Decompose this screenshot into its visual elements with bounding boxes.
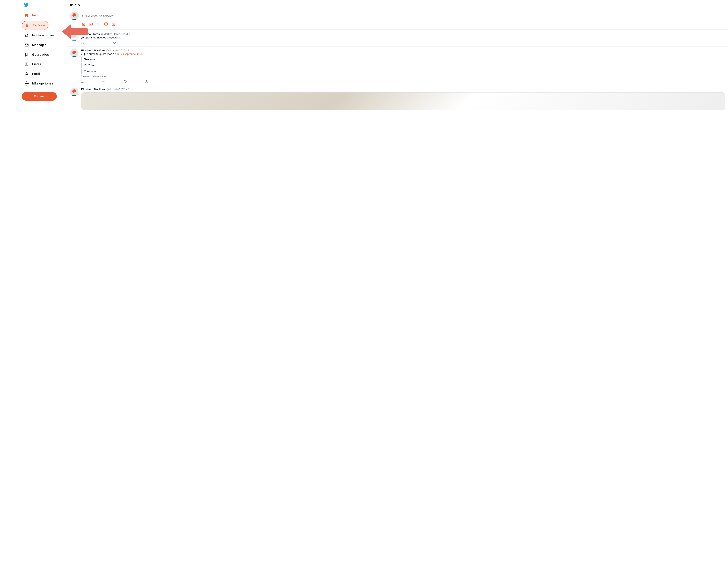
page-title: Inicio <box>67 0 728 11</box>
tweet-avatar[interactable] <box>70 32 78 41</box>
tweet-actions <box>81 80 148 83</box>
retweet-icon[interactable] <box>113 41 116 45</box>
poll-meta: 0 votos · 1 día restante <box>81 75 725 78</box>
nav-more[interactable]: Más opciones <box>22 79 56 88</box>
svg-point-21 <box>75 35 75 36</box>
tweet-avatar[interactable] <box>70 49 78 57</box>
nav-bookmarks[interactable]: Guardados <box>22 50 52 59</box>
tweet-author-name: Martica Flores <box>81 32 100 35</box>
bookmark-icon <box>24 52 29 57</box>
svg-point-5 <box>26 83 27 84</box>
schedule-icon[interactable] <box>112 22 115 26</box>
svg-point-6 <box>27 83 28 84</box>
hashtag-icon <box>25 23 29 27</box>
mention-link[interactable]: @GCFAprendeLibre <box>117 52 142 55</box>
current-user-avatar[interactable] <box>70 11 79 20</box>
tweet-header: Elizabeth Martínez @eli_sabe2020 · 9 dic… <box>81 88 725 91</box>
svg-point-10 <box>82 23 83 24</box>
nav-home[interactable]: Inicio <box>22 11 43 20</box>
like-icon[interactable] <box>145 41 148 45</box>
poll-icon[interactable] <box>97 22 100 26</box>
sidebar: Inicio Explorar Notificaciones Mensajes … <box>0 0 61 578</box>
compose-box: GIF <box>67 11 728 30</box>
tweet-date: 9 dic. <box>128 49 134 52</box>
tweet-media[interactable] <box>81 92 725 110</box>
svg-point-20 <box>73 35 74 36</box>
more-icon <box>24 81 29 86</box>
poll-option[interactable]: YouTube <box>81 63 725 68</box>
image-icon[interactable] <box>81 22 85 26</box>
tweet-author-name: Elizabeth Martínez <box>81 49 105 52</box>
nav-label: Más opciones <box>32 81 53 85</box>
like-icon[interactable] <box>124 80 127 83</box>
reply-icon[interactable] <box>81 80 84 83</box>
list-icon <box>24 62 29 67</box>
tweet-author-handle: @eli_sabe2020 <box>106 49 125 52</box>
svg-point-4 <box>25 83 26 84</box>
tweet-author-handle: @MarticaFlores <box>101 32 120 35</box>
nav-label: Notificaciones <box>32 33 54 37</box>
poll-option[interactable]: Classroom <box>81 69 725 74</box>
tweet-text: ¡Preparando nuevos proyectos! <box>81 36 725 39</box>
tweet[interactable]: Elizabeth Martínez @eli_sabe2020 · 9 dic… <box>67 85 728 111</box>
tweet-button[interactable]: Twittear <box>22 92 57 101</box>
svg-rect-9 <box>82 23 85 26</box>
poll: Telegram YouTube Classroom 0 votos · 1 d… <box>81 57 725 78</box>
nav-label: Guardados <box>32 53 49 56</box>
main-column: Inicio GIF Martica Flores @MarticaFlores <box>61 0 728 578</box>
twitter-bird-icon <box>24 3 29 7</box>
nav-label: Mensajes <box>32 43 47 47</box>
envelope-icon <box>24 43 29 47</box>
twitter-logo[interactable] <box>22 1 61 10</box>
tweet-author-name: Elizabeth Martínez <box>81 88 105 91</box>
profile-icon <box>24 72 29 76</box>
nav-label: Explorar <box>32 23 46 27</box>
tweet-text: ¿Qué curso te gusta más de @GCFAprendeLi… <box>81 52 725 56</box>
gif-icon[interactable]: GIF <box>89 22 93 26</box>
tweet-date: 11 dic. <box>123 32 131 35</box>
retweet-icon[interactable] <box>102 80 106 83</box>
tweet[interactable]: Martica Flores @MarticaFlores · 11 dic. … <box>67 30 728 47</box>
nav-label: Perfil <box>32 72 40 76</box>
nav-notifications[interactable]: Notificaciones <box>22 31 56 40</box>
tweet-date: 9 dic. <box>128 88 134 91</box>
nav-explore[interactable]: Explorar <box>22 21 49 30</box>
compose-toolbar: GIF <box>81 22 725 26</box>
share-icon[interactable] <box>145 80 148 83</box>
svg-point-2 <box>26 72 27 74</box>
nav-label: Inicio <box>32 14 40 17</box>
nav-messages[interactable]: Mensajes <box>22 41 49 49</box>
svg-text:GIF: GIF <box>90 24 92 25</box>
emoji-icon[interactable] <box>104 22 108 26</box>
tweet-author-handle: @eli_sabe2020 <box>106 88 125 91</box>
nav-profile[interactable]: Perfil <box>22 70 43 78</box>
compose-input[interactable] <box>81 11 725 22</box>
nav-label: Listas <box>32 62 41 66</box>
tweet[interactable]: Elizabeth Martínez @eli_sabe2020 · 9 dic… <box>67 47 728 85</box>
tweet-avatar[interactable] <box>70 88 78 96</box>
tweet-actions <box>81 41 148 45</box>
tweet-header: Martica Flores @MarticaFlores · 11 dic. <box>81 32 725 36</box>
home-icon <box>24 13 29 18</box>
bell-icon <box>24 33 29 37</box>
reply-icon[interactable] <box>81 41 84 45</box>
svg-point-14 <box>105 24 106 24</box>
tweet-header: Elizabeth Martínez @eli_sabe2020 · 9 dic… <box>81 49 725 52</box>
nav-lists[interactable]: Listas <box>22 60 44 69</box>
svg-point-15 <box>106 24 107 24</box>
svg-point-13 <box>104 23 108 26</box>
poll-option[interactable]: Telegram <box>81 57 725 62</box>
